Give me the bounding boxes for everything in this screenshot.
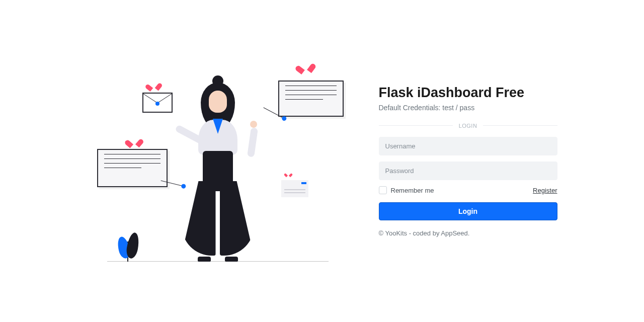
heart-icon [129, 139, 139, 149]
page-title: Flask iDashboard Free [379, 85, 557, 101]
heart-icon [286, 174, 290, 178]
divider-label: LOGIN [453, 123, 484, 129]
person-illustration [168, 75, 268, 262]
login-button[interactable]: Login [379, 202, 557, 220]
remember-me-group: Remember me [379, 186, 434, 194]
credentials-hint: Default Credentials: test / pass [379, 104, 557, 112]
username-input[interactable] [379, 137, 557, 155]
footer-text: © YooKits - coded by AppSeed. [379, 229, 557, 237]
login-illustration [87, 60, 349, 262]
speech-bubble-icon [97, 149, 168, 187]
card-icon [281, 180, 308, 197]
login-form: Flask iDashboard Free Default Credential… [379, 85, 557, 237]
heart-icon [299, 64, 312, 76]
speech-bubble-icon [278, 80, 344, 117]
password-input[interactable] [379, 162, 557, 180]
remember-me-checkbox[interactable] [379, 186, 387, 194]
register-link[interactable]: Register [533, 187, 557, 194]
section-divider: LOGIN [379, 121, 557, 130]
heart-icon [149, 84, 159, 93]
remember-me-label: Remember me [391, 187, 434, 194]
